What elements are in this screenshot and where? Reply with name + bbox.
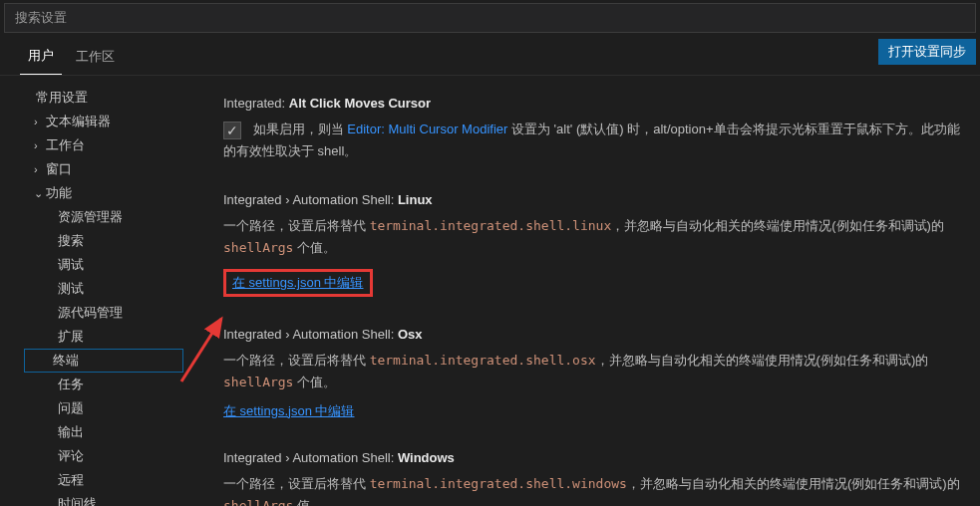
desc-text: 如果启用，则当 <box>253 122 348 136</box>
sidebar-item-label: 文本编辑器 <box>46 114 111 128</box>
desc-text: 个值。 <box>293 240 336 255</box>
code-literal: shellArgs <box>223 498 293 506</box>
sidebar-item-文本编辑器[interactable]: ›文本编辑器 <box>30 110 183 133</box>
settings-content: Integrated: Alt Click Moves Cursor ✓ 如果启… <box>183 76 980 506</box>
sidebar-item-label: 评论 <box>58 448 84 463</box>
chevron-icon: › <box>34 139 46 151</box>
chevron-icon: › <box>34 163 46 175</box>
desc-text: 一个路径，设置后将替代 <box>223 476 370 491</box>
setting-name: Osx <box>398 327 423 342</box>
highlight-annotation: 在 settings.json 中编辑 <box>223 269 373 297</box>
sidebar-item-label: 工作台 <box>46 137 85 152</box>
sidebar-item-远程[interactable]: 远程 <box>30 468 183 492</box>
desc-text: 一个路径，设置后将替代 <box>223 218 370 233</box>
sidebar-item-调试[interactable]: 调试 <box>30 253 183 277</box>
setting-category: Integrated › Automation Shell: <box>223 192 398 207</box>
sidebar-item-label: 远程 <box>58 472 84 487</box>
desc-text: 一个路径，设置后将替代 <box>223 353 370 368</box>
desc-text: ，并忽略与自动化相关的终端使用情况(例如任务和调试)的 <box>611 218 944 233</box>
sidebar-item-label: 资源管理器 <box>58 209 123 224</box>
sidebar-item-label: 终端 <box>53 353 79 368</box>
sidebar-item-评论[interactable]: 评论 <box>30 444 183 468</box>
open-settings-sync-button[interactable]: 打开设置同步 <box>878 39 976 65</box>
setting-automation-shell-windows: Integrated › Automation Shell: Windows 一… <box>223 450 960 506</box>
code-literal: terminal.integrated.shell.osx <box>370 353 596 368</box>
setting-name: Alt Click Moves Cursor <box>289 96 431 111</box>
sidebar-item-问题[interactable]: 问题 <box>30 396 183 420</box>
setting-automation-shell-linux: Integrated › Automation Shell: Linux 一个路… <box>223 192 960 297</box>
sidebar-item-常用设置[interactable]: 常用设置 <box>30 86 183 110</box>
code-literal: terminal.integrated.shell.linux <box>370 218 612 233</box>
sidebar-item-任务[interactable]: 任务 <box>30 373 183 396</box>
setting-category: Integrated: <box>223 96 289 111</box>
checkbox[interactable]: ✓ <box>223 122 241 139</box>
edit-in-settings-json-link[interactable]: 在 settings.json 中编辑 <box>223 402 355 420</box>
edit-in-settings-json-link[interactable]: 在 settings.json 中编辑 <box>232 274 364 292</box>
chevron-icon: › <box>34 116 46 127</box>
sidebar-item-label: 时间线 <box>58 496 97 506</box>
desc-text: 个值。 <box>293 375 336 389</box>
sidebar-item-label: 测试 <box>58 281 84 296</box>
tab-workspace[interactable]: 工作区 <box>68 42 123 75</box>
sidebar-item-工作台[interactable]: ›工作台 <box>30 133 183 157</box>
sidebar-item-终端[interactable]: 终端 <box>24 349 183 373</box>
sidebar-item-label: 调试 <box>58 257 84 272</box>
sidebar-item-label: 常用设置 <box>36 90 88 105</box>
sidebar-item-功能[interactable]: ⌄功能 <box>30 181 183 205</box>
chevron-icon: ⌄ <box>34 187 46 200</box>
setting-alt-click-moves-cursor: Integrated: Alt Click Moves Cursor ✓ 如果启… <box>223 96 960 162</box>
editor-multi-cursor-modifier-link[interactable]: Editor: Multi Cursor Modifier <box>347 122 507 136</box>
sidebar-item-label: 输出 <box>58 424 84 439</box>
settings-tree: 常用设置›文本编辑器›工作台›窗口⌄功能资源管理器搜索调试测试源代码管理扩展终端… <box>0 76 183 506</box>
sidebar-item-搜索[interactable]: 搜索 <box>30 229 183 253</box>
setting-category: Integrated › Automation Shell: <box>223 327 398 342</box>
sidebar-item-label: 任务 <box>58 377 84 391</box>
sidebar-item-资源管理器[interactable]: 资源管理器 <box>30 205 183 229</box>
desc-text: ，并忽略与自动化相关的终端使用情况(例如任务和调试)的 <box>596 353 929 368</box>
code-literal: 'alt' <box>554 122 573 136</box>
sidebar-item-label: 源代码管理 <box>58 305 123 320</box>
sidebar-item-label: 问题 <box>58 400 84 415</box>
sidebar-item-扩展[interactable]: 扩展 <box>30 325 183 349</box>
sidebar-item-label: 扩展 <box>58 329 84 344</box>
sidebar-item-测试[interactable]: 测试 <box>30 277 183 301</box>
setting-name: Windows <box>398 450 455 465</box>
sidebar-item-时间线[interactable]: 时间线 <box>30 492 183 506</box>
desc-text: 值。 <box>293 498 323 506</box>
sidebar-item-label: 窗口 <box>46 161 72 176</box>
setting-automation-shell-osx: Integrated › Automation Shell: Osx 一个路径，… <box>223 327 960 419</box>
desc-text: ，并忽略与自动化相关的终端使用情况(例如任务和调试)的 <box>627 476 960 491</box>
desc-text: 设置为 <box>507 122 553 136</box>
search-settings-input[interactable]: 搜索设置 <box>4 3 976 33</box>
sidebar-item-输出[interactable]: 输出 <box>30 420 183 444</box>
code-literal: shellArgs <box>223 240 293 255</box>
sidebar-item-label: 功能 <box>46 185 72 200</box>
setting-category: Integrated › Automation Shell: <box>223 450 398 465</box>
sidebar-item-label: 搜索 <box>58 233 84 248</box>
code-literal: shellArgs <box>223 375 293 389</box>
code-literal: terminal.integrated.shell.windows <box>370 476 627 491</box>
setting-name: Linux <box>398 192 433 207</box>
sidebar-item-源代码管理[interactable]: 源代码管理 <box>30 301 183 325</box>
tab-user[interactable]: 用户 <box>20 41 62 75</box>
sidebar-item-窗口[interactable]: ›窗口 <box>30 157 183 181</box>
scope-tabs: 用户 工作区 打开设置同步 <box>0 33 980 76</box>
